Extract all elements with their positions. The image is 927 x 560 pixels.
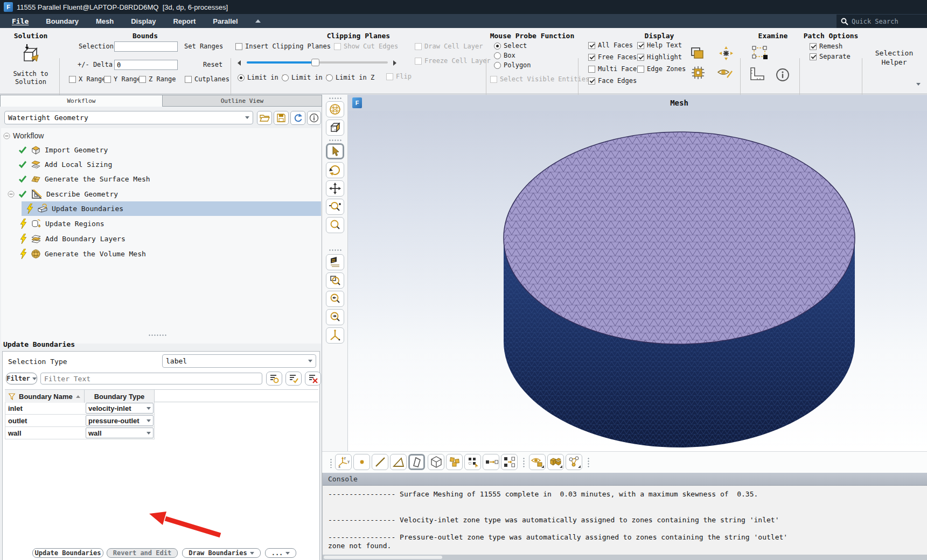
boundary-type-select[interactable]: velocity-inlet: [86, 403, 154, 414]
graphics-window[interactable]: F Mesh: [348, 95, 927, 451]
tab-outline-view[interactable]: Outline View: [163, 95, 322, 107]
draw-cell-layer-checkbox[interactable]: Draw Cell Layer: [415, 43, 483, 50]
select-entities-button[interactable]: [464, 454, 481, 470]
examine-ruler-button[interactable]: [749, 67, 765, 84]
draw-boundaries-button[interactable]: Draw Boundaries: [182, 548, 261, 558]
zoom-in-out-tool-button[interactable]: [326, 199, 344, 215]
clip-slider-right-arrow[interactable]: [393, 60, 396, 66]
menu-boundary[interactable]: Boundary: [46, 17, 79, 25]
bounds-selection-input[interactable]: [114, 41, 178, 52]
remesh-checkbox[interactable]: Remesh: [810, 43, 842, 50]
z-range-checkbox[interactable]: Z Range: [139, 75, 176, 83]
switch-to-solution-button[interactable]: Switch to Solution: [6, 42, 55, 92]
table-row[interactable]: inlet velocity-inlet: [5, 402, 155, 415]
menu-parallel[interactable]: Parallel: [213, 17, 238, 25]
point-tool-button[interactable]: [353, 454, 370, 470]
ribbon-collapse-icon[interactable]: [255, 19, 261, 23]
display-faces-button[interactable]: [529, 454, 546, 470]
mesh-display-button[interactable]: [326, 101, 344, 117]
clip-plane-slider[interactable]: [247, 59, 388, 66]
tree-item-update-regions[interactable]: Update Regions: [19, 216, 104, 231]
workflow-type-select[interactable]: Watertight Geometry: [4, 111, 253, 124]
limit-in-x-radio[interactable]: Limit in X: [238, 74, 286, 81]
tree-item-generate-volume-mesh[interactable]: Generate the Volume Mesh: [19, 247, 146, 261]
open-workflow-button[interactable]: [257, 111, 272, 125]
panel-splitter[interactable]: [148, 334, 166, 337]
cube-tool-button[interactable]: [428, 454, 444, 470]
limit-in-y-radio[interactable]: Limit in Y: [282, 74, 330, 81]
tree-item-add-local-sizing[interactable]: Add Local Sizing: [18, 157, 112, 171]
mesh-3d-view[interactable]: [348, 95, 927, 451]
display-explode-button[interactable]: [719, 46, 734, 63]
tree-item-add-boundary-layers[interactable]: Add Boundary Layers: [19, 232, 126, 246]
swap-zones-button[interactable]: [501, 454, 518, 470]
select-visible-entities-checkbox[interactable]: Select Visible Entities: [490, 75, 589, 83]
axes-button[interactable]: zyx: [335, 454, 352, 470]
view-box-button[interactable]: [326, 120, 344, 136]
clip-plane-button[interactable]: [326, 254, 344, 270]
bounds-delta-input[interactable]: [114, 60, 178, 70]
boundary-type-select[interactable]: wall: [86, 428, 154, 438]
insert-clipping-planes-checkbox[interactable]: Insert Clipping Planes: [235, 43, 331, 50]
deselect-all-button[interactable]: [305, 372, 321, 386]
plane-tool-button[interactable]: [408, 454, 425, 470]
flip-checkbox[interactable]: Flip: [386, 73, 412, 80]
collapse-icon[interactable]: [8, 191, 15, 198]
line-tool-button[interactable]: [372, 454, 388, 470]
workflow-help-button[interactable]: [307, 111, 321, 125]
display-nodes-button[interactable]: [566, 454, 582, 470]
rotate-tool-button[interactable]: [326, 162, 344, 178]
edge-zones-checkbox[interactable]: Edge Zones: [637, 65, 686, 73]
x-range-checkbox[interactable]: X Range: [69, 75, 106, 83]
triangle-tool-button[interactable]: [390, 454, 407, 470]
probe-select-radio[interactable]: Select: [494, 42, 527, 50]
column-header-boundary-type[interactable]: Boundary Type: [85, 390, 155, 403]
show-cut-edges-checkbox[interactable]: Show Cut Edges: [334, 43, 398, 50]
table-row[interactable]: wall wall: [5, 427, 155, 439]
refresh-workflow-button[interactable]: [290, 111, 305, 125]
display-grid-button[interactable]: [691, 66, 705, 82]
cells-tool-button[interactable]: [446, 454, 463, 470]
clip-slider-left-arrow[interactable]: [238, 60, 241, 66]
reset-button[interactable]: Reset: [203, 61, 222, 68]
face-edges-checkbox[interactable]: Face Edges: [588, 77, 637, 85]
tree-item-update-boundaries[interactable]: Update Boundaries: [22, 201, 321, 216]
menu-report[interactable]: Report: [173, 17, 196, 25]
previous-view-button[interactable]: [326, 291, 344, 307]
all-faces-checkbox[interactable]: All Faces: [588, 41, 633, 49]
replace-zone-button[interactable]: [483, 454, 499, 470]
console-header[interactable]: Console: [323, 473, 927, 486]
cutplanes-checkbox[interactable]: Cutplanes: [185, 75, 229, 83]
tree-root-workflow[interactable]: Workflow: [3, 129, 44, 142]
selection-type-select[interactable]: label: [162, 354, 316, 368]
collapse-icon[interactable]: [3, 132, 10, 139]
select-matching-button[interactable]: [266, 372, 282, 386]
menu-mesh[interactable]: Mesh: [96, 17, 114, 25]
more-actions-button[interactable]: ...: [265, 548, 296, 558]
pan-tool-button[interactable]: [326, 180, 344, 197]
tree-item-describe-geometry[interactable]: Describe Geometry: [8, 186, 118, 201]
revert-and-edit-button[interactable]: Revert and Edit: [107, 548, 178, 558]
select-all-button[interactable]: [285, 372, 302, 386]
probe-polygon-radio[interactable]: Polygon: [494, 61, 531, 69]
freeze-cell-layer-checkbox[interactable]: Freeze Cell Layer: [415, 57, 491, 65]
limit-in-z-radio[interactable]: Limit in Z: [326, 74, 374, 81]
column-header-boundary-name[interactable]: Boundary Name: [5, 390, 85, 403]
save-workflow-button[interactable]: [274, 111, 289, 125]
update-boundaries-button[interactable]: Update Boundaries: [32, 548, 103, 558]
help-text-checkbox[interactable]: Help Text: [637, 41, 682, 49]
tree-item-generate-surface-mesh[interactable]: Generate the Surface Mesh: [18, 172, 150, 186]
quick-search[interactable]: Quick Search: [837, 15, 927, 28]
multi-faces-checkbox[interactable]: Multi Faces: [588, 65, 640, 73]
pointer-tool-button[interactable]: [326, 143, 344, 159]
tree-item-import-geometry[interactable]: Import Geometry: [18, 143, 108, 157]
selection-helper-button[interactable]: Selection Helper: [862, 28, 926, 94]
clip-slider-thumb[interactable]: [311, 59, 319, 66]
y-range-checkbox[interactable]: Y Range: [104, 75, 141, 83]
highlight-checkbox[interactable]: Highlight: [637, 53, 682, 61]
examine-info-button[interactable]: [776, 68, 790, 84]
examine-marquee-button[interactable]: [751, 45, 771, 64]
zoom-box-tool-button[interactable]: [326, 217, 344, 233]
menu-file[interactable]: File: [12, 17, 29, 25]
probe-box-radio[interactable]: Box: [494, 52, 515, 59]
